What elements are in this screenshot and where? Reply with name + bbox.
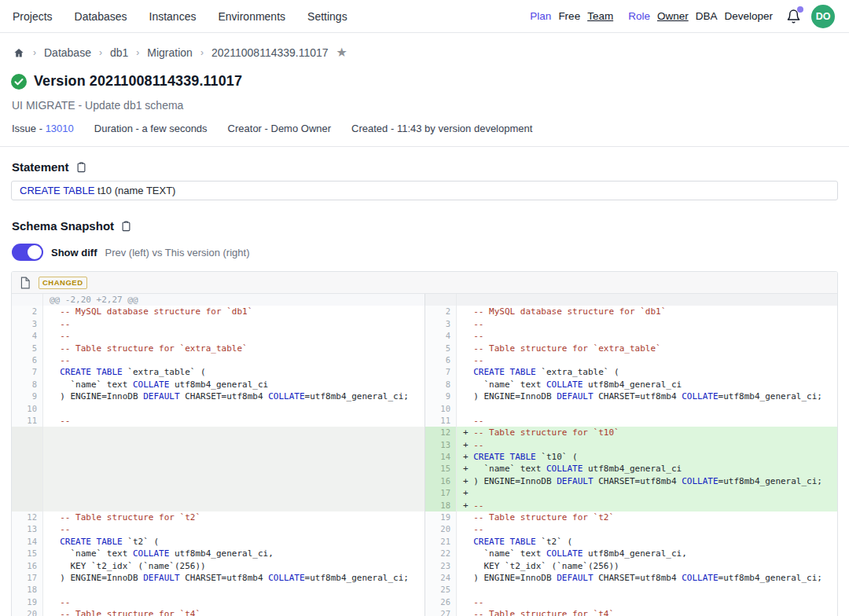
- snapshot-header: Schema Snapshot: [11, 200, 838, 240]
- avatar[interactable]: DO: [811, 5, 835, 28]
- nav-right: Plan Free Team Role Owner DBA Developer …: [530, 5, 835, 28]
- diff-row: 18+ --: [12, 500, 837, 512]
- diff-row: 18 25: [12, 584, 837, 596]
- created-meta: Created - 11:43 by version development: [351, 123, 532, 134]
- snapshot-title: Schema Snapshot: [12, 219, 114, 233]
- diff-cell-left: 3 --: [12, 318, 424, 330]
- diff-row: 6 --6 --: [12, 354, 837, 366]
- changed-badge: CHANGED: [39, 277, 87, 289]
- diff-cell-left: 11 --: [12, 415, 424, 427]
- diff-file-header: CHANGED: [12, 272, 837, 294]
- diff-cell-right: 2 -- MySQL database structure for `db1`: [424, 306, 837, 317]
- nav-settings[interactable]: Settings: [307, 10, 347, 23]
- issue-link[interactable]: 13010: [46, 123, 74, 134]
- diff-cell-left: 20 -- Table structure for `t4`: [12, 608, 424, 616]
- diff-row: 17+: [12, 487, 837, 499]
- diff-cell-right: 25: [424, 584, 837, 596]
- diff-cell-right: 3 --: [424, 318, 837, 330]
- breadcrumb-separator: ›: [33, 47, 36, 58]
- diff-cell-right: [424, 294, 837, 306]
- statement-header: Statement: [11, 147, 838, 181]
- issue-meta: Issue - 13010: [12, 123, 74, 134]
- diff-cell-left: 5 -- Table structure for `extra_table`: [12, 343, 424, 354]
- diff-cell-left: @@ -2,20 +2,27 @@: [12, 294, 424, 306]
- diff-row: 7 CREATE TABLE `extra_table` (7 CREATE T…: [12, 366, 837, 378]
- diff-cell-right: 6 --: [424, 354, 837, 366]
- star-icon[interactable]: ★: [336, 46, 347, 59]
- diff-row: 19 --26 --: [12, 596, 837, 608]
- diff-row: 4 --4 --: [12, 330, 837, 342]
- breadcrumb-db1[interactable]: db1: [110, 46, 128, 59]
- statement-box[interactable]: CREATE TABLE t10 (name TEXT): [11, 181, 838, 200]
- breadcrumb-separator: ›: [200, 47, 204, 58]
- show-diff-toggle[interactable]: [12, 244, 43, 261]
- diff-cell-right: 11 --: [424, 415, 837, 427]
- diff-row: 13 --20 --: [12, 523, 837, 535]
- issue-label: Issue -: [12, 123, 42, 134]
- statement-title: Statement: [12, 160, 69, 174]
- plan-label: Plan: [530, 10, 551, 22]
- diff-cell-left: 10: [12, 403, 424, 415]
- toggle-knob: [28, 245, 42, 259]
- nav-projects[interactable]: Projects: [13, 10, 53, 23]
- role-developer: Developer: [724, 10, 773, 22]
- diff-cell-right: 18+ --: [424, 500, 837, 512]
- diff-cell-right: 19 -- Table structure for `t2`: [424, 512, 837, 523]
- diff-row: 9 ) ENGINE=InnoDB DEFAULT CHARSET=utf8mb…: [12, 390, 837, 402]
- diff-cell-right: 24 ) ENGINE=InnoDB DEFAULT CHARSET=utf8m…: [424, 572, 837, 584]
- diff-body: @@ -2,20 +2,27 @@2 -- MySQL database str…: [12, 294, 837, 616]
- diff-cell-right: 10: [424, 403, 837, 415]
- diff-row: @@ -2,20 +2,27 @@: [12, 294, 837, 306]
- nav-environments[interactable]: Environments: [218, 10, 285, 23]
- diff-cell-left: [12, 451, 424, 463]
- title-row: Version 20211008114339.11017: [11, 67, 838, 91]
- diff-cell-right: 8 `name` text COLLATE utf8mb4_general_ci: [424, 379, 837, 390]
- copy-snapshot-icon[interactable]: [120, 220, 132, 233]
- diff-cell-left: 9 ) ENGINE=InnoDB DEFAULT CHARSET=utf8mb…: [12, 390, 424, 402]
- diff-cell-right: 22 `name` text COLLATE utf8mb4_general_c…: [424, 548, 837, 559]
- breadcrumb: › Database › db1 › Migration › 202110081…: [11, 33, 838, 67]
- diff-row: 17 ) ENGINE=InnoDB DEFAULT CHARSET=utf8m…: [12, 572, 837, 584]
- role-dba: DBA: [696, 10, 718, 22]
- role-owner-link[interactable]: Owner: [657, 10, 689, 22]
- diff-cell-right: 13+ --: [424, 439, 837, 451]
- breadcrumb-version[interactable]: 20211008114339.11017: [211, 46, 329, 59]
- diff-row: 13+ --: [12, 439, 837, 451]
- diff-cell-left: [12, 475, 424, 487]
- sql-keyword: CREATE TABLE: [20, 185, 94, 196]
- home-icon[interactable]: [13, 47, 25, 59]
- diff-cell-right: 7 CREATE TABLE `extra_table` (: [424, 366, 837, 378]
- file-icon: [20, 277, 31, 289]
- breadcrumb-database[interactable]: Database: [44, 46, 91, 59]
- diff-row: 16+ ) ENGINE=InnoDB DEFAULT CHARSET=utf8…: [12, 475, 837, 487]
- diff-row: 15 `name` text COLLATE utf8mb4_general_c…: [12, 548, 837, 559]
- nav-databases[interactable]: Databases: [75, 10, 127, 23]
- migration-subtitle: UI MIGRATE - Update db1 schema: [11, 91, 838, 112]
- show-diff-label: Show diff: [51, 247, 97, 258]
- diff-cell-left: 17 ) ENGINE=InnoDB DEFAULT CHARSET=utf8m…: [12, 572, 424, 584]
- plan-team-link[interactable]: Team: [587, 10, 613, 22]
- diff-cell-left: [12, 487, 424, 499]
- copy-statement-icon[interactable]: [75, 161, 87, 174]
- notification-bell-icon[interactable]: [786, 9, 801, 24]
- diff-row: 14+ CREATE TABLE `t10` (: [12, 451, 837, 463]
- diff-cell-right: 14+ CREATE TABLE `t10` (: [424, 451, 837, 463]
- diff-cell-left: [12, 500, 424, 512]
- breadcrumb-migration[interactable]: Migration: [147, 46, 193, 59]
- diff-cell-left: 19 --: [12, 596, 424, 608]
- nav-instances[interactable]: Instances: [149, 10, 197, 23]
- diff-cell-right: 12+ -- Table structure for `t10`: [424, 427, 837, 438]
- diff-cell-right: 16+ ) ENGINE=InnoDB DEFAULT CHARSET=utf8…: [424, 475, 837, 487]
- diff-row: 2 -- MySQL database structure for `db1`2…: [12, 306, 837, 317]
- breadcrumb-separator: ›: [99, 47, 102, 58]
- diff-cell-left: 18: [12, 584, 424, 596]
- diff-cell-left: 12 -- Table structure for `t2`: [12, 512, 424, 523]
- diff-cell-left: [12, 427, 424, 438]
- success-check-icon: [11, 74, 27, 90]
- diff-cell-left: 7 CREATE TABLE `extra_table` (: [12, 366, 424, 378]
- diff-row: 15+ `name` text COLLATE utf8mb4_general_…: [12, 463, 837, 475]
- diff-cell-right: 20 --: [424, 523, 837, 535]
- plan-value: Free: [558, 10, 580, 22]
- diff-cell-right: 4 --: [424, 330, 837, 342]
- diff-cell-left: 14 CREATE TABLE `t2` (: [12, 536, 424, 548]
